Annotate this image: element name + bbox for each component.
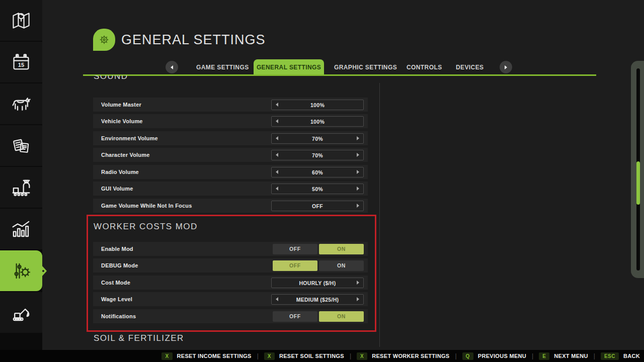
scrollbar-thumb[interactable]: [636, 161, 640, 205]
footer-reset-worker[interactable]: X RESET WORKER SETTINGS: [357, 352, 449, 360]
sidebar: 15: [0, 0, 42, 350]
increase-arrow-icon[interactable]: [357, 187, 359, 191]
tabs-next-button[interactable]: [500, 61, 512, 73]
environment-volume-stepper[interactable]: 70%: [271, 133, 364, 144]
footer-divider: |: [257, 352, 259, 359]
footer-next-menu[interactable]: E NEXT MENU: [539, 352, 588, 360]
tab-devices[interactable]: DEVICES: [456, 59, 484, 76]
tab-game-settings[interactable]: GAME SETTINGS: [196, 59, 249, 76]
sidebar-item-calendar[interactable]: 15: [0, 42, 42, 82]
setting-row-cost-mode: Cost Mode HOURLY ($/H): [93, 276, 368, 290]
footer-divider: |: [350, 352, 351, 359]
toggle-on-button[interactable]: ON: [319, 260, 364, 271]
increase-arrow-icon[interactable]: [357, 281, 359, 285]
footer-reset-income[interactable]: X RESET INCOME SETTINGS: [162, 352, 251, 360]
settings-icon: [11, 260, 32, 282]
setting-row-gui-volume: GUI Volume 50%: [93, 182, 368, 196]
tabs-previous-button[interactable]: [166, 61, 178, 73]
setting-row-notifications: Notifications OFF ON: [93, 309, 368, 323]
arrow-left-icon: [171, 65, 173, 69]
contracts-icon: [11, 136, 31, 156]
footer-divider: |: [532, 352, 533, 359]
section-header-worker-costs-mod: WORKER COSTS MOD: [94, 222, 198, 232]
setting-row-radio-volume: Radio Volume 60%: [93, 165, 368, 179]
excavator-icon: [11, 302, 32, 323]
notifications-toggle[interactable]: OFF ON: [273, 311, 364, 322]
increase-arrow-icon[interactable]: [357, 170, 359, 174]
character-volume-stepper[interactable]: 70%: [271, 150, 364, 160]
increase-arrow-icon[interactable]: [357, 153, 359, 157]
gui-volume-stepper[interactable]: 50%: [271, 184, 364, 194]
key-x-badge: X: [357, 352, 367, 360]
footer-back[interactable]: ESC BACK: [601, 352, 640, 360]
statistics-icon: [11, 219, 32, 240]
tab-general-settings[interactable]: GENERAL SETTINGS: [254, 59, 324, 76]
active-notch-dot: [42, 270, 44, 272]
content-divider: [379, 83, 380, 347]
calendar-day-label: 15: [18, 61, 24, 67]
section-header-sound: SOUND: [94, 75, 295, 83]
toggle-off-button[interactable]: OFF: [273, 244, 317, 254]
arrow-right-icon: [505, 65, 507, 69]
increase-arrow-icon[interactable]: [357, 136, 359, 140]
setting-row-game-volume-focus: Game Volume While Not In Focus OFF: [93, 199, 368, 213]
footer-reset-soil[interactable]: X RESET SOIL SETTINGS: [264, 352, 344, 360]
increase-arrow-icon[interactable]: [357, 297, 359, 301]
game-volume-focus-stepper[interactable]: OFF: [271, 201, 364, 211]
gear-icon: [97, 32, 112, 47]
section-header-soil-fertilizer: SOIL & FERTILIZER: [94, 333, 295, 341]
key-esc-badge: ESC: [601, 352, 619, 360]
setting-row-wage-level: Wage Level MEDIUM ($25/H): [93, 292, 368, 306]
setting-row-debug-mode: DEBUG Mode OFF ON: [93, 258, 368, 273]
footer-previous-menu[interactable]: Q PREVIOUS MENU: [462, 352, 526, 360]
settings-gear-badge: [93, 29, 115, 51]
sidebar-item-production[interactable]: [0, 167, 42, 208]
setting-row-vehicle-volume: Vehicle Volume 100%: [93, 114, 368, 128]
cost-mode-stepper[interactable]: HOURLY ($/H): [271, 278, 364, 288]
sidebar-item-statistics[interactable]: [0, 209, 42, 249]
enable-mod-toggle[interactable]: OFF ON: [273, 244, 364, 254]
footer-hotkey-bar: X RESET INCOME SETTINGS | X RESET SOIL S…: [0, 350, 644, 362]
scrollbar[interactable]: [631, 61, 644, 278]
setting-row-character-volume: Character Volume 70%: [93, 148, 368, 162]
cow-icon: [11, 94, 32, 115]
volume-master-stepper[interactable]: 100%: [271, 100, 364, 110]
debug-mode-toggle[interactable]: OFF ON: [273, 260, 364, 271]
sidebar-item-contracts[interactable]: [0, 125, 42, 166]
vehicle-volume-stepper[interactable]: 100%: [271, 116, 364, 127]
map-icon: [11, 11, 31, 31]
production-icon: [11, 177, 32, 198]
toggle-off-button[interactable]: OFF: [273, 311, 317, 322]
increase-arrow-icon[interactable]: [357, 204, 359, 208]
toggle-on-button[interactable]: ON: [319, 311, 364, 322]
sidebar-item-animals[interactable]: [0, 83, 42, 124]
calendar-icon: 15: [11, 52, 31, 72]
sidebar-item-map[interactable]: [0, 0, 42, 41]
setting-row-volume-master: Volume Master 100%: [93, 98, 368, 112]
key-x-badge: X: [162, 352, 172, 360]
page-title: GENERAL SETTINGS: [121, 32, 266, 48]
toggle-on-button[interactable]: ON: [319, 244, 364, 254]
tab-controls[interactable]: CONTROLS: [407, 59, 442, 76]
sidebar-item-settings[interactable]: [0, 250, 42, 291]
radio-volume-stepper[interactable]: 60%: [271, 167, 364, 177]
setting-row-environment-volume: Environment Volume 70%: [93, 131, 368, 145]
setting-row-enable-mod: Enable Mod OFF ON: [93, 242, 368, 256]
toggle-off-button[interactable]: OFF: [273, 260, 317, 271]
sidebar-item-construction[interactable]: [0, 292, 42, 333]
key-e-badge: E: [539, 352, 549, 360]
wage-level-stepper[interactable]: MEDIUM ($25/H): [271, 294, 364, 305]
tab-graphic-settings[interactable]: GRAPHIC SETTINGS: [334, 59, 397, 76]
footer-divider: |: [594, 352, 595, 359]
footer-divider: |: [455, 352, 456, 359]
key-x-badge: X: [264, 352, 275, 360]
key-q-badge: Q: [462, 352, 473, 360]
general-settings-screen: 15: [0, 0, 644, 362]
